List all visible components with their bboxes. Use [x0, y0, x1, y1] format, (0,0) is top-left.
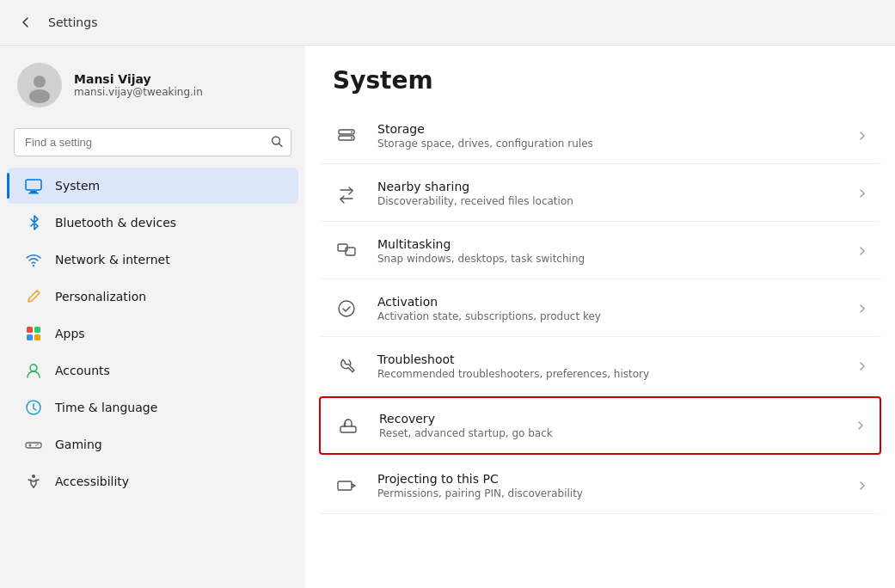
- chevron-right-icon: [857, 128, 867, 144]
- user-profile[interactable]: Mansi Vijay mansi.vijay@tweaking.in: [0, 46, 305, 121]
- settings-item-nearby-title: Nearby sharing: [377, 180, 840, 193]
- search-container: [14, 128, 291, 156]
- sidebar-item-system-label: System: [55, 179, 100, 193]
- sidebar: Mansi Vijay mansi.vijay@tweaking.in: [0, 46, 305, 588]
- settings-item-troubleshoot-title: Troubleshoot: [377, 352, 840, 366]
- settings-item-troubleshoot-desc: Recommended troubleshooters, preferences…: [377, 368, 840, 380]
- accounts-icon: [24, 361, 43, 380]
- content-area: System Storage Storage space, drives, co…: [305, 46, 895, 588]
- sidebar-item-network[interactable]: Network & internet: [7, 242, 298, 278]
- settings-item-activation-title: Activation: [377, 295, 840, 309]
- settings-item-storage-title: Storage: [377, 122, 840, 136]
- sidebar-item-personalization[interactable]: Personalization: [7, 279, 298, 315]
- chevron-right-icon: [857, 301, 867, 317]
- settings-item-storage[interactable]: Storage Storage space, drives, configura…: [319, 108, 881, 164]
- system-icon: [24, 176, 43, 195]
- activation-icon: [333, 295, 360, 322]
- settings-item-troubleshoot-text: Troubleshoot Recommended troubleshooters…: [377, 352, 840, 380]
- svg-point-21: [351, 132, 352, 133]
- settings-item-storage-text: Storage Storage space, drives, configura…: [377, 122, 840, 150]
- sidebar-item-accessibility-label: Accessibility: [55, 475, 129, 488]
- sidebar-item-time[interactable]: Time & language: [7, 389, 298, 426]
- troubleshoot-icon: [333, 352, 360, 380]
- network-icon: [24, 250, 43, 269]
- chevron-right-icon: [855, 418, 866, 434]
- settings-item-projecting-desc: Permissions, pairing PIN, discoverabilit…: [377, 487, 840, 499]
- page-title: System: [333, 66, 867, 95]
- storage-icon: [333, 122, 360, 150]
- chevron-right-icon: [857, 186, 867, 202]
- chevron-right-icon: [857, 358, 867, 375]
- svg-point-7: [33, 265, 34, 266]
- gaming-icon: [24, 435, 43, 454]
- settings-item-projecting[interactable]: Projecting to this PC Permissions, pairi…: [319, 458, 881, 514]
- sidebar-item-network-label: Network & internet: [55, 253, 170, 266]
- sidebar-item-personalization-label: Personalization: [55, 290, 146, 303]
- svg-point-17: [37, 444, 39, 445]
- svg-point-1: [29, 89, 50, 103]
- settings-item-multitasking-desc: Snap windows, desktops, task switching: [377, 253, 840, 265]
- svg-point-25: [339, 301, 354, 316]
- settings-item-multitasking-title: Multitasking: [377, 237, 840, 251]
- main-layout: Mansi Vijay mansi.vijay@tweaking.in: [0, 46, 895, 588]
- svg-rect-6: [28, 193, 39, 194]
- svg-rect-26: [340, 426, 356, 432]
- recovery-icon: [334, 412, 362, 439]
- settings-item-multitasking-text: Multitasking Snap windows, desktops, tas…: [377, 237, 840, 265]
- settings-item-recovery[interactable]: Recovery Reset, advanced startup, go bac…: [319, 396, 881, 455]
- sidebar-item-bluetooth-label: Bluetooth & devices: [55, 216, 176, 230]
- svg-point-0: [34, 76, 46, 88]
- chevron-right-icon: [857, 478, 867, 494]
- settings-item-projecting-title: Projecting to this PC: [377, 472, 840, 486]
- svg-rect-4: [26, 180, 41, 190]
- sidebar-item-accounts[interactable]: Accounts: [7, 352, 298, 389]
- accessibility-icon: [24, 472, 43, 491]
- settings-item-troubleshoot[interactable]: Troubleshoot Recommended troubleshooters…: [319, 339, 881, 395]
- settings-item-storage-desc: Storage space, drives, configuration rul…: [377, 138, 840, 150]
- settings-item-multitasking[interactable]: Multitasking Snap windows, desktops, tas…: [319, 224, 881, 279]
- svg-rect-8: [27, 327, 33, 333]
- time-icon: [24, 398, 43, 417]
- sidebar-item-gaming[interactable]: Gaming: [7, 426, 298, 462]
- settings-item-nearby-sharing[interactable]: Nearby sharing Discoverability, received…: [319, 166, 881, 222]
- settings-list: Storage Storage space, drives, configura…: [305, 108, 895, 514]
- settings-item-recovery-title: Recovery: [379, 412, 838, 426]
- sidebar-item-system[interactable]: System: [7, 168, 298, 204]
- sidebar-item-accounts-label: Accounts: [55, 364, 110, 377]
- settings-item-nearby-text: Nearby sharing Discoverability, received…: [377, 180, 840, 207]
- settings-item-recovery-text: Recovery Reset, advanced startup, go bac…: [379, 412, 838, 439]
- avatar: [17, 63, 62, 107]
- svg-point-18: [32, 475, 35, 478]
- sidebar-item-bluetooth[interactable]: Bluetooth & devices: [7, 205, 298, 241]
- personalization-icon: [24, 287, 43, 306]
- settings-item-projecting-text: Projecting to this PC Permissions, pairi…: [377, 472, 840, 499]
- title-bar: Settings: [0, 0, 895, 46]
- settings-item-activation[interactable]: Activation Activation state, subscriptio…: [319, 281, 881, 337]
- title-bar-title: Settings: [48, 15, 97, 29]
- projecting-icon: [333, 472, 360, 499]
- multitasking-icon: [333, 237, 360, 265]
- sidebar-item-time-label: Time & language: [55, 401, 157, 414]
- sidebar-item-apps-label: Apps: [55, 327, 85, 340]
- search-input[interactable]: [14, 128, 291, 156]
- back-button[interactable]: [14, 10, 38, 34]
- svg-point-16: [35, 444, 37, 446]
- sidebar-item-gaming-label: Gaming: [55, 438, 102, 451]
- user-name: Mansi Vijay: [74, 72, 203, 86]
- content-header: System: [305, 46, 895, 108]
- svg-rect-27: [338, 481, 352, 490]
- sidebar-item-apps[interactable]: Apps: [7, 315, 298, 352]
- svg-rect-9: [34, 327, 40, 333]
- bluetooth-icon: [24, 213, 43, 232]
- sidebar-item-accessibility[interactable]: Accessibility: [7, 463, 298, 499]
- user-email: mansi.vijay@tweaking.in: [74, 86, 203, 98]
- settings-item-nearby-desc: Discoverability, received files location: [377, 195, 840, 207]
- settings-item-activation-desc: Activation state, subscriptions, product…: [377, 310, 840, 322]
- svg-rect-11: [34, 334, 40, 340]
- chevron-right-icon: [857, 243, 867, 260]
- svg-point-22: [351, 138, 352, 139]
- nearby-sharing-icon: [333, 180, 360, 207]
- nav-list: System Bluetooth & devices: [0, 167, 305, 500]
- svg-rect-10: [27, 334, 33, 340]
- user-info: Mansi Vijay mansi.vijay@tweaking.in: [74, 72, 203, 98]
